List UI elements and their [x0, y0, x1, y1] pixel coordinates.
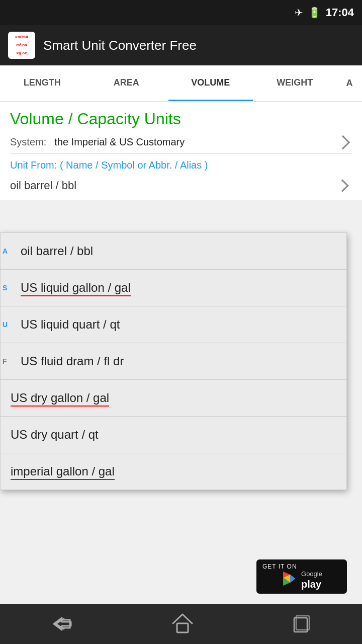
tab-area[interactable]: AREA — [84, 65, 169, 101]
dropdown-item-1[interactable]: S US liquid gallon / gal — [1, 270, 346, 306]
selected-unit-display[interactable]: oil barrel / bbl — [10, 176, 352, 195]
google-play-badge[interactable]: GET IT ON Google play — [256, 559, 347, 594]
airplane-icon: ✈ — [295, 7, 303, 19]
tab-length[interactable]: LENGTH — [0, 65, 84, 101]
nav-bar — [0, 604, 362, 644]
dropdown-item-0[interactable]: A oil barrel / bbl — [1, 233, 346, 270]
status-bar: ✈ 🔋 17:04 — [0, 0, 362, 25]
back-button[interactable] — [49, 615, 74, 633]
google-play-icon — [281, 571, 297, 590]
unit-dropdown[interactable]: A oil barrel / bbl S US liquid gallon / … — [0, 232, 347, 490]
time-display: 17:04 — [326, 6, 354, 19]
tab-volume[interactable]: VOLUME — [168, 65, 253, 101]
svg-marker-4 — [290, 575, 295, 583]
google-play-top-text: GET IT ON — [262, 563, 297, 570]
main-content: Volume / Capacity Units System: the Impe… — [0, 102, 362, 200]
chevron-right-icon[interactable] — [336, 135, 350, 149]
home-button[interactable] — [171, 612, 194, 635]
app-bar: km mil m² ha kg oz Smart Unit Converter … — [0, 25, 362, 65]
google-play-brand-pre: Google — [301, 570, 322, 578]
page-heading: Volume / Capacity Units — [10, 110, 352, 128]
system-value: the Imperial & US Customary — [54, 136, 330, 148]
selected-chevron-icon — [336, 179, 348, 192]
system-row: System: the Imperial & US Customary — [10, 136, 352, 153]
svg-rect-5 — [177, 623, 188, 632]
dropdown-item-5[interactable]: US dry quart / qt — [1, 417, 346, 453]
battery-icon: 🔋 — [308, 7, 321, 19]
google-play-brand: play — [301, 579, 321, 590]
recents-button[interactable] — [291, 613, 313, 635]
system-label: System: — [10, 136, 46, 148]
dropdown-item-3[interactable]: F US fluid dram / fl dr — [1, 343, 346, 380]
tabs-bar: LENGTH AREA VOLUME WEIGHT A — [0, 65, 362, 102]
app-logo: km mil m² ha kg oz — [8, 32, 35, 59]
tab-weight[interactable]: WEIGHT — [253, 65, 337, 101]
app-title: Smart Unit Converter Free — [43, 38, 197, 53]
dropdown-item-4[interactable]: US dry gallon / gal — [1, 380, 346, 417]
tab-more[interactable]: A — [337, 65, 362, 101]
dropdown-item-6[interactable]: imperial gallon / gal — [1, 453, 346, 490]
dropdown-item-2[interactable]: U US liquid quart / qt — [1, 306, 346, 343]
unit-from-label: Unit From: ( Name / Symbol or Abbr. / Al… — [10, 159, 352, 171]
